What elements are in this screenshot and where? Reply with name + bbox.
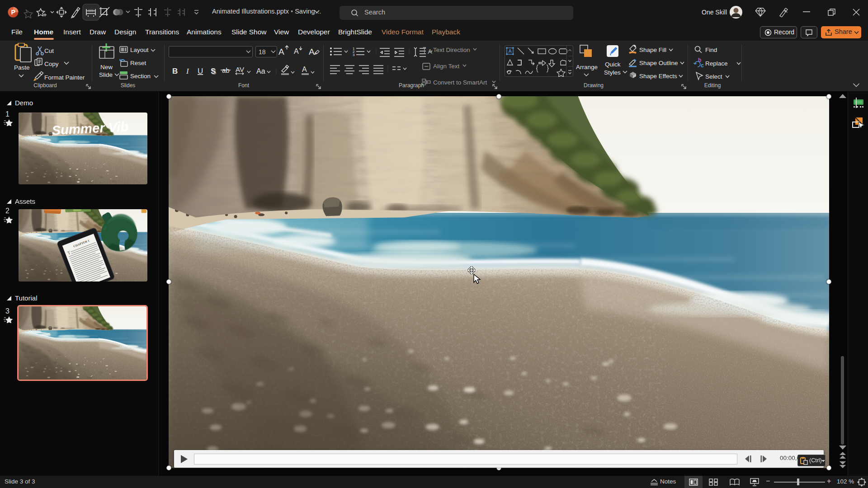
svg-text:Find: Find [705, 47, 717, 53]
svg-text:AV: AV [236, 66, 244, 73]
svg-text:Reset: Reset [130, 60, 146, 66]
svg-text:Align Text: Align Text [433, 63, 460, 70]
svg-text:Arrange: Arrange [576, 64, 598, 70]
svg-text:A: A [509, 48, 512, 54]
svg-text:Text Direction: Text Direction [433, 47, 470, 53]
svg-text:Cut: Cut [44, 47, 54, 54]
svg-text:A: A [278, 47, 284, 56]
svg-text:New: New [100, 64, 113, 70]
svg-text:U: U [198, 67, 203, 75]
svg-text:P: P [11, 9, 15, 16]
svg-text:A: A [309, 47, 315, 56]
svg-text:S: S [211, 67, 216, 75]
svg-text:Copy: Copy [44, 61, 59, 67]
svg-text:B: B [172, 67, 178, 75]
svg-text:Slide: Slide [99, 71, 113, 78]
svg-text:Shape Fill: Shape Fill [639, 47, 666, 53]
svg-text:A: A [302, 66, 307, 73]
svg-text:Format Painter: Format Painter [44, 74, 85, 81]
svg-text:Layout: Layout [130, 47, 149, 53]
svg-text:Section: Section [130, 73, 151, 80]
svg-text:c: c [701, 62, 704, 69]
svg-text:Aa: Aa [256, 67, 265, 75]
svg-text:Shape Effects: Shape Effects [639, 73, 677, 80]
svg-text:I: I [186, 67, 189, 75]
svg-text:A: A [294, 47, 299, 55]
svg-text:A: A [428, 47, 432, 55]
svg-text:Styles: Styles [604, 69, 621, 76]
svg-text:Shape Outline: Shape Outline [639, 60, 678, 66]
svg-text:Convert to SmartArt: Convert to SmartArt [433, 79, 487, 86]
svg-text:3: 3 [353, 53, 355, 57]
svg-text:Quick: Quick [605, 61, 621, 68]
svg-text:Paste: Paste [14, 64, 30, 71]
svg-text:Select: Select [705, 73, 722, 80]
svg-text:Replace: Replace [705, 60, 728, 67]
